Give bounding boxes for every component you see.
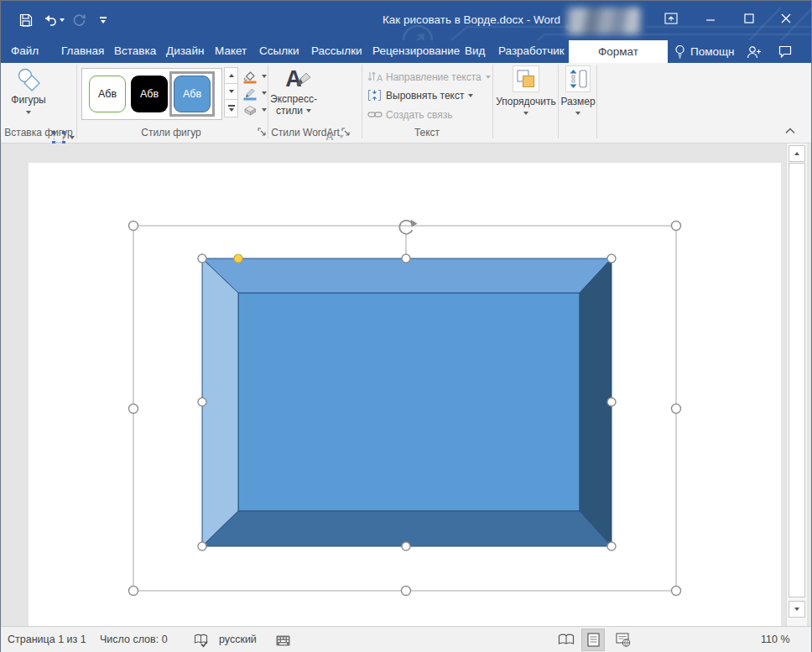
share-button[interactable] — [747, 40, 762, 63]
status-bar: Страница 1 из 1 Число слов: 0 русский — [1, 626, 811, 652]
save-button[interactable] — [16, 11, 36, 29]
customize-qat-icon — [100, 17, 107, 23]
shape-styles-gallery: Абв Абв Абв — [81, 68, 222, 120]
maximize-icon — [744, 13, 754, 23]
dropdown-icon — [468, 94, 473, 97]
dropdown-icon — [262, 108, 267, 112]
scroll-down-icon — [794, 608, 799, 611]
canvas-resize-handle-ne[interactable] — [672, 222, 681, 231]
create-link-icon — [367, 110, 383, 119]
redo-button[interactable] — [70, 11, 90, 29]
arrange-button[interactable]: Упорядочить — [494, 65, 558, 115]
shape-resize-handle-se[interactable] — [607, 542, 616, 550]
group-separator — [596, 65, 597, 138]
canvas-resize-handle-sw[interactable] — [129, 587, 138, 596]
shape-styles-dialog-launcher-icon[interactable] — [258, 128, 267, 137]
tab-references[interactable]: Ссылки — [259, 40, 299, 63]
tab-insert[interactable]: Вставка — [114, 40, 156, 63]
gallery-up-button[interactable] — [224, 67, 238, 84]
language-indicator[interactable]: русский — [219, 627, 257, 652]
rotation-handle[interactable] — [399, 220, 417, 234]
proofing-icon[interactable] — [194, 634, 208, 648]
group-separator — [558, 65, 559, 138]
gallery-down-button[interactable] — [224, 83, 238, 100]
customize-qat-button[interactable] — [93, 11, 113, 29]
comment-icon — [778, 45, 792, 58]
gallery-down-icon — [229, 90, 234, 93]
shape-resize-handle-s[interactable] — [402, 542, 410, 550]
tab-file[interactable]: Файл — [11, 40, 39, 63]
print-layout-button[interactable] — [581, 629, 605, 651]
tab-view[interactable]: Вид — [465, 40, 485, 63]
web-layout-button[interactable] — [612, 629, 635, 651]
collapse-ribbon-icon[interactable] — [784, 127, 796, 134]
scrollbar-thumb[interactable] — [789, 163, 805, 597]
close-button[interactable] — [773, 6, 799, 31]
size-button[interactable]: Размер — [560, 65, 596, 115]
bevel-shape[interactable] — [202, 258, 612, 546]
shape-resize-handle-n[interactable] — [402, 254, 410, 263]
read-mode-button[interactable] — [554, 629, 578, 651]
document-area — [1, 143, 811, 626]
dropdown-icon — [26, 111, 31, 114]
shape-style-item-1[interactable]: Абв — [89, 76, 126, 112]
share-person-icon — [747, 45, 762, 59]
page-indicator[interactable]: Страница 1 из 1 — [8, 627, 86, 652]
tab-review[interactable]: Рецензирование — [372, 40, 460, 63]
canvas-resize-handle-s[interactable] — [402, 587, 411, 596]
word-count[interactable]: Число слов: 0 — [100, 627, 168, 652]
tab-format-active[interactable]: Формат — [569, 40, 668, 63]
align-text-button[interactable]: Выровнять текст — [367, 88, 473, 102]
tab-layout[interactable]: Макет — [215, 40, 247, 63]
tab-developer[interactable]: Разработчик — [498, 40, 565, 63]
bevel-center-face[interactable] — [238, 293, 580, 511]
minimize-button[interactable] — [697, 6, 724, 31]
canvas-resize-handle-w[interactable] — [129, 404, 138, 414]
canvas-resize-handle-se[interactable] — [672, 587, 681, 596]
undo-dropdown-icon[interactable] — [60, 18, 65, 22]
undo-button[interactable] — [41, 11, 66, 29]
dropdown-icon — [523, 112, 528, 115]
word-window: Как рисовать в Ворде.docx - Word Файл Гл… — [0, 0, 812, 652]
shape-resize-handle-e[interactable] — [607, 398, 616, 406]
tab-home[interactable]: Главная — [61, 40, 104, 63]
shape-resize-handle-nw[interactable] — [198, 254, 206, 263]
tab-design[interactable]: Дизайн — [166, 40, 204, 63]
shape-style-item-2[interactable]: Абв — [131, 76, 168, 112]
maximize-button[interactable] — [736, 6, 763, 31]
gallery-more-button[interactable] — [224, 99, 238, 117]
bevel-right-face — [580, 258, 612, 546]
keyboard-icon[interactable] — [276, 635, 290, 646]
tell-me-label: Помощн — [690, 45, 735, 58]
shape-fill-button[interactable] — [242, 68, 268, 85]
shape-effects-icon — [242, 103, 258, 117]
tab-mailings[interactable]: Рассылки — [311, 40, 362, 63]
shapes-button[interactable]: Фигуры — [6, 65, 51, 114]
arrange-icon — [513, 65, 539, 92]
quick-styles-button[interactable]: А Экспресс- стили — [271, 65, 316, 117]
shape-resize-handle-sw[interactable] — [198, 542, 206, 550]
gallery-more-icon — [228, 105, 235, 107]
ribbon-display-options-button[interactable] — [658, 6, 684, 31]
shapes-icon — [16, 67, 41, 91]
scroll-up-button[interactable] — [789, 145, 805, 162]
shape-style-tools — [242, 68, 268, 118]
shape-style-item-3-selected[interactable]: Абв — [174, 76, 211, 112]
dropdown-icon — [306, 109, 311, 112]
text-direction-button[interactable]: A Направление текста — [367, 70, 491, 84]
comments-button[interactable] — [778, 40, 792, 63]
group-separator — [76, 65, 77, 138]
shape-resize-handle-w[interactable] — [198, 398, 206, 406]
zoom-level[interactable]: 110 % — [761, 627, 790, 652]
canvas-resize-handle-nw[interactable] — [129, 222, 138, 231]
tell-me-button[interactable]: Помощн — [674, 40, 735, 63]
canvas-resize-handle-e[interactable] — [672, 404, 681, 414]
shape-outline-button[interactable] — [242, 85, 268, 102]
title-bar: Как рисовать в Ворде.docx - Word — [1, 1, 811, 40]
create-link-button[interactable]: Создать связь — [367, 107, 452, 122]
shape-effects-button[interactable] — [242, 102, 268, 118]
scroll-down-button[interactable] — [789, 601, 805, 618]
shape-resize-handle-ne[interactable] — [607, 254, 616, 263]
wordart-dialog-launcher-icon[interactable] — [341, 128, 351, 137]
shape-adjust-handle[interactable] — [234, 254, 242, 263]
